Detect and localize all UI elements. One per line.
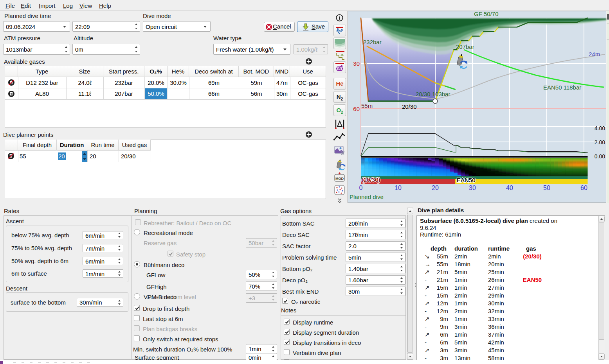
svg-text:55m: 55m (361, 102, 373, 109)
svg-text:30: 30 (353, 60, 360, 67)
svg-text:207bar: 207bar (456, 43, 474, 50)
svg-text:MOD: MOD (335, 177, 344, 181)
svg-text:40: 40 (506, 185, 513, 191)
svg-text:4.00: 4.00 (595, 125, 605, 131)
svg-text:20/30: 20/30 (402, 103, 417, 110)
svg-text:EAN50 118bar: EAN50 118bar (543, 84, 581, 91)
svg-text:GF 50/70: GF 50/70 (474, 11, 499, 17)
svg-text:20: 20 (432, 185, 439, 191)
svg-text:20/30 103bar: 20/30 103bar (416, 91, 450, 97)
svg-text:2.00: 2.00 (595, 139, 605, 145)
svg-text:0: 0 (359, 185, 363, 191)
svg-text:(20/30): (20/30) (362, 176, 380, 183)
svg-text:60: 60 (580, 185, 587, 191)
svg-text:30: 30 (469, 185, 476, 191)
svg-text:60: 60 (353, 106, 360, 112)
svg-text:Planned dive: Planned dive (350, 194, 384, 200)
svg-text:24m: 24m (589, 51, 600, 57)
svg-text:50: 50 (543, 185, 550, 191)
svg-text:10: 10 (395, 185, 402, 191)
svg-text:232bar: 232bar (363, 39, 382, 45)
svg-text:EAN50: EAN50 (457, 177, 476, 183)
svg-text:0.00: 0.00 (595, 153, 605, 160)
